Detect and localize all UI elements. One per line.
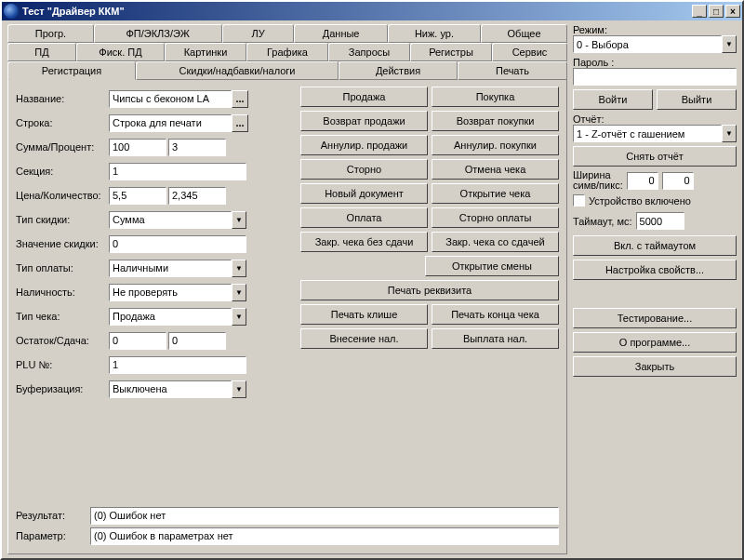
input-name[interactable]	[109, 90, 232, 108]
label-device-on: Устройство включено	[589, 195, 691, 207]
input-line[interactable]	[109, 114, 232, 132]
label-result: Результат:	[16, 510, 90, 521]
input-plu[interactable]	[109, 356, 246, 374]
tab-Регистрация[interactable]: Регистрация	[7, 61, 136, 80]
new-doc-button[interactable]: Новый документ	[300, 183, 428, 204]
input-width-chars[interactable]	[627, 172, 658, 190]
label-plu: PLU №:	[16, 359, 109, 370]
tab-Прогр[interactable]: Прогр.	[7, 24, 94, 43]
select-cash[interactable]	[109, 284, 232, 301]
chevron-down-icon[interactable]: ▼	[232, 380, 246, 398]
tab-Картинки[interactable]: Картинки	[165, 43, 246, 61]
tab-Запросы[interactable]: Запросы	[328, 43, 410, 61]
open-shift-button[interactable]: Открытие смены	[425, 256, 559, 276]
tab-Регистры[interactable]: Регистры	[410, 43, 492, 61]
input-width-px[interactable]	[662, 172, 694, 190]
print-req-button[interactable]: Печать реквизита	[300, 280, 559, 300]
tab-ФПЭКЛЗЭЖ[interactable]: ФП/ЭКЛЗ/ЭЖ	[94, 24, 222, 43]
window-title: Тест "Драйвер ККМ"	[22, 6, 692, 17]
chevron-down-icon[interactable]: ▼	[722, 125, 737, 142]
tab-Общее[interactable]: Общее	[481, 24, 567, 43]
storno-pay-button[interactable]: Сторно оплаты	[432, 207, 559, 228]
input-password[interactable]	[573, 68, 737, 86]
tab-Действия[interactable]: Действия	[339, 61, 458, 80]
tab-Скидкинадбавкиналоги[interactable]: Скидки/надбавки/налоги	[136, 61, 339, 80]
on-with-timeout-button[interactable]: Вкл. с таймаутом	[573, 235, 737, 256]
do-report-button[interactable]: Снять отчёт	[573, 146, 737, 167]
about-button[interactable]: О программе...	[573, 332, 737, 353]
close-change-button[interactable]: Закр. чека со сдачей	[432, 232, 559, 252]
tab-Печать[interactable]: Печать	[458, 61, 567, 80]
chevron-down-icon[interactable]: ▼	[232, 211, 246, 229]
tab-ПД[interactable]: ПД	[7, 43, 76, 61]
select-report[interactable]	[573, 125, 722, 142]
label-password: Пароль :	[573, 57, 737, 68]
label-rest: Остаток/Сдача:	[16, 335, 109, 346]
select-pay-type[interactable]	[109, 260, 232, 277]
select-disc-type[interactable]	[109, 211, 232, 229]
chevron-down-icon[interactable]: ▼	[232, 308, 246, 326]
label-priceqty: Цена/Количество:	[16, 190, 109, 201]
select-mode[interactable]	[573, 35, 722, 53]
open-check-button[interactable]: Открытие чека	[432, 183, 559, 204]
buy-button[interactable]: Покупка	[432, 87, 559, 107]
input-timeout[interactable]	[636, 212, 684, 230]
logout-button[interactable]: Выйти	[657, 89, 737, 110]
label-name: Название:	[16, 93, 109, 104]
input-pct[interactable]	[168, 139, 226, 156]
output-result	[90, 507, 559, 525]
print-end-button[interactable]: Печать конца чека	[432, 304, 559, 325]
sale-button[interactable]: Продажа	[300, 87, 428, 107]
annul-buy-button[interactable]: Аннулир. покупки	[432, 135, 559, 155]
close-nochange-button[interactable]: Закр. чека без сдачи	[300, 232, 428, 252]
titlebar: Тест "Драйвер ККМ" _ □ ×	[2, 2, 742, 20]
label-disc-type: Тип скидки:	[16, 214, 109, 225]
input-section[interactable]	[109, 163, 246, 180]
return-buy-button[interactable]: Возврат покупки	[432, 111, 559, 131]
tab-Данные[interactable]: Данные	[294, 24, 387, 43]
input-rest-a[interactable]	[109, 332, 166, 350]
label-report: Отчёт:	[573, 113, 737, 125]
tab-Сервис[interactable]: Сервис	[492, 43, 567, 61]
cash-in-button[interactable]: Внесение нал.	[300, 328, 428, 349]
name-browse-button[interactable]: ...	[232, 90, 248, 108]
chevron-down-icon[interactable]: ▼	[232, 284, 246, 301]
tab-Графика[interactable]: Графика	[246, 43, 328, 61]
annul-sale-button[interactable]: Аннулир. продажи	[300, 135, 428, 155]
close-button[interactable]: ×	[725, 5, 740, 18]
chevron-down-icon[interactable]: ▼	[722, 35, 737, 53]
input-rest-b[interactable]	[168, 332, 226, 350]
tab-panel-registration: Название: ... Строка: ... Сумма/Процент:	[7, 79, 567, 554]
tab-ФискПД[interactable]: Фиск. ПД	[76, 43, 165, 61]
label-disc-val: Значение скидки:	[16, 238, 109, 249]
select-check-type[interactable]	[109, 308, 232, 326]
input-sum[interactable]	[109, 139, 166, 156]
tab-ЛУ[interactable]: ЛУ	[222, 24, 295, 43]
chevron-down-icon[interactable]: ▼	[232, 260, 246, 277]
label-line: Строка:	[16, 117, 109, 128]
input-price[interactable]	[109, 187, 166, 205]
label-sumpct: Сумма/Процент:	[16, 141, 109, 153]
maximize-button[interactable]: □	[709, 5, 724, 18]
return-sale-button[interactable]: Возврат продажи	[300, 111, 428, 131]
tabrow-2: ПДФиск. ПДКартинкиГрафикаЗапросыРегистры…	[7, 43, 567, 61]
input-qty[interactable]	[168, 187, 226, 205]
label-width: Ширина симв/пикс:	[573, 170, 623, 191]
output-param	[90, 527, 559, 545]
testing-button[interactable]: Тестирование...	[573, 308, 737, 328]
cash-out-button[interactable]: Выплата нал.	[432, 328, 559, 349]
checkbox-device-on[interactable]	[573, 194, 585, 207]
cancel-check-button[interactable]: Отмена чека	[432, 159, 559, 180]
login-button[interactable]: Войти	[573, 89, 653, 110]
app-window: Тест "Драйвер ККМ" _ □ × Прогр.ФП/ЭКЛЗ/Э…	[0, 0, 744, 560]
input-disc-val[interactable]	[109, 235, 246, 253]
minimize-button[interactable]: _	[692, 5, 707, 18]
line-browse-button[interactable]: ...	[232, 114, 248, 132]
storno-button[interactable]: Сторно	[300, 159, 428, 180]
select-buf[interactable]	[109, 380, 232, 398]
pay-button[interactable]: Оплата	[300, 207, 428, 228]
properties-button[interactable]: Настройка свойств...	[573, 260, 737, 280]
close-app-button[interactable]: Закрыть	[573, 356, 737, 377]
tab-Нижур[interactable]: Ниж. ур.	[388, 24, 481, 43]
print-cliche-button[interactable]: Печать клише	[300, 304, 428, 325]
